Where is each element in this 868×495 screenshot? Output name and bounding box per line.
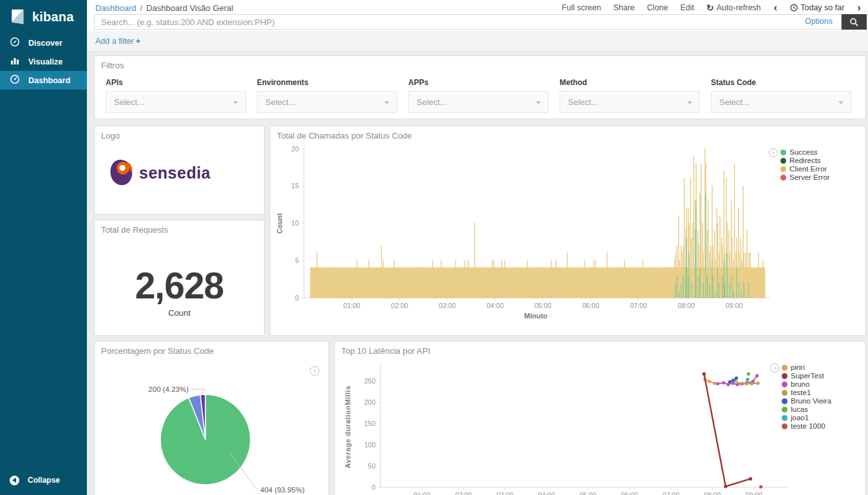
filter-label-apis: APIs <box>106 78 246 87</box>
line-legend-item-teste1[interactable]: teste1 <box>782 389 864 396</box>
bar-legend-item-client-error[interactable]: Client Error <box>780 165 863 173</box>
svg-text:20: 20 <box>291 145 299 153</box>
filter-select-apps[interactable]: Select... <box>408 91 549 113</box>
svg-text:0: 0 <box>372 483 375 491</box>
svg-text:01:00: 01:00 <box>413 491 430 495</box>
pie-chart-canvas[interactable]: 200 (4.23%)404 (93.95%) <box>95 357 328 495</box>
bar-chart-legend: › SuccessRedirectsClient ErrorServer Err… <box>769 148 863 182</box>
menu-item-edit[interactable]: Edit <box>681 3 695 12</box>
panel-logo: Logo sensedia <box>94 126 265 215</box>
svg-text:02:00: 02:00 <box>391 302 408 309</box>
svg-text:08:00: 08:00 <box>678 302 695 309</box>
svg-text:Minuto: Minuto <box>524 312 547 320</box>
bar-legend-item-server-error[interactable]: Server Error <box>780 173 863 181</box>
legend-expand-icon[interactable]: › <box>769 148 778 157</box>
compass-icon <box>10 37 20 50</box>
legend-dot <box>780 150 786 155</box>
svg-text:Average durationMillis: Average durationMillis <box>344 385 352 469</box>
svg-text:200 (4.23%): 200 (4.23%) <box>148 385 189 393</box>
svg-text:03:00: 03:00 <box>496 491 513 495</box>
breadcrumb-root-link[interactable]: Dashboard <box>95 3 137 13</box>
auto-refresh-button[interactable]: ↻ Auto-refresh <box>706 3 761 13</box>
line-legend-item-supertest[interactable]: SuperTest <box>782 372 864 380</box>
breadcrumb-separator: / <box>140 3 143 13</box>
sidebar: kibana DiscoverVisualizeDashboard Collap… <box>0 0 87 495</box>
search-button[interactable] <box>842 14 867 30</box>
filter-select-environments[interactable]: Select... <box>257 91 397 113</box>
sidebar-item-visualize[interactable]: Visualize <box>0 52 87 71</box>
svg-text:100: 100 <box>364 441 375 449</box>
legend-dot <box>780 175 786 180</box>
options-link[interactable]: Options <box>805 17 833 26</box>
svg-text:02:00: 02:00 <box>455 491 472 495</box>
svg-text:04:00: 04:00 <box>538 491 555 495</box>
sensedia-logo: sensedia <box>109 159 264 187</box>
metric-unit: Count <box>95 308 264 318</box>
clock-icon <box>790 4 798 12</box>
sidebar-item-dashboard[interactable]: Dashboard <box>0 71 87 90</box>
line-legend-item-lucas[interactable]: lucas <box>782 405 864 413</box>
panel-status-code-pie: Porcentagem por Status Code ‹ 200 (4.23%… <box>94 341 329 495</box>
filter-label-status-code: Status Code <box>711 78 851 87</box>
svg-text:0: 0 <box>295 294 299 302</box>
bar-chart-canvas[interactable]: 0510152001:0002:0003:0004:0005:0006:0007… <box>274 144 775 324</box>
breadcrumb: Dashboard / Dashboard Visão Geral Full s… <box>87 0 868 14</box>
kibana-brand[interactable]: kibana <box>0 0 87 34</box>
sidebar-item-discover[interactable]: Discover <box>0 34 87 52</box>
svg-text:03:00: 03:00 <box>439 302 456 309</box>
svg-text:05:00: 05:00 <box>534 302 551 309</box>
panel-title: Logo <box>95 126 264 141</box>
time-range-button[interactable]: Today so far <box>790 3 844 12</box>
panel-status-code-histogram: Total de Chamadas por Status Code 051015… <box>270 126 866 336</box>
add-filter-link[interactable]: Add a filter+ <box>95 37 140 46</box>
legend-dot <box>782 398 788 404</box>
svg-text:404 (93.95%): 404 (93.95%) <box>260 486 305 494</box>
line-legend-item-teste-1000[interactable]: teste 1000 <box>782 422 864 430</box>
legend-dot <box>780 166 786 172</box>
bar-legend-item-redirects[interactable]: Redirects <box>780 157 863 164</box>
legend-dot <box>782 415 788 421</box>
bar-chart-icon <box>10 55 20 68</box>
menu-item-full-screen[interactable]: Full screen <box>561 3 601 12</box>
filter-label-method: Method <box>560 78 700 87</box>
legend-expand-icon[interactable]: › <box>770 364 779 373</box>
kibana-logo-icon <box>8 8 26 26</box>
plus-icon: + <box>136 37 140 46</box>
chevron-down-icon <box>233 101 238 104</box>
filter-select-status-code[interactable]: Select... <box>711 91 851 113</box>
svg-text:07:00: 07:00 <box>663 491 679 495</box>
svg-text:06:00: 06:00 <box>621 491 637 495</box>
line-chart-canvas[interactable]: 05010015020025001:0002:0003:0004:0005:00… <box>340 360 791 495</box>
legend-dot <box>782 390 788 396</box>
filter-select-apis[interactable]: Select... <box>106 91 246 113</box>
bar-legend-item-success[interactable]: Success <box>780 148 863 156</box>
search-input[interactable] <box>94 14 842 30</box>
line-legend-item-bruno-vieira[interactable]: Bruno Vieira <box>782 397 864 405</box>
line-legend-item-piriri[interactable]: piriri <box>782 364 864 371</box>
menu-item-share[interactable]: Share <box>613 3 634 12</box>
svg-text:5: 5 <box>295 257 299 264</box>
time-forward-chevron-icon[interactable]: › <box>856 5 862 11</box>
time-back-chevron-icon[interactable]: ‹ <box>773 5 778 11</box>
svg-text:250: 250 <box>364 377 375 385</box>
legend-dot <box>782 407 788 412</box>
filter-select-method[interactable]: Select... <box>560 91 700 113</box>
collapse-button[interactable]: Collapse <box>0 472 60 489</box>
legend-dot <box>782 373 788 379</box>
panel-filtros: Filtros APIsSelect...EnvironmentsSelect.… <box>94 55 866 119</box>
menu-item-clone[interactable]: Clone <box>647 3 668 12</box>
search-icon <box>849 17 859 27</box>
line-legend-item-joao1[interactable]: joao1 <box>782 414 864 422</box>
svg-text:10: 10 <box>291 219 299 227</box>
top-bar: Dashboard / Dashboard Visão Geral Full s… <box>87 0 868 31</box>
panel-title: Total de Requests <box>95 220 264 235</box>
metric-value: 2,628 <box>95 264 264 307</box>
chevron-down-icon <box>687 101 692 104</box>
svg-text:15: 15 <box>291 182 299 189</box>
collapse-label: Collapse <box>28 476 60 485</box>
svg-text:05:00: 05:00 <box>580 491 596 495</box>
svg-text:200: 200 <box>364 398 375 406</box>
line-legend-item-bruno[interactable]: bruno <box>782 380 864 388</box>
filter-bar: Add a filter+ <box>87 31 868 52</box>
line-chart-legend: › piririSuperTestbrunoteste1Bruno Vieira… <box>770 364 864 431</box>
